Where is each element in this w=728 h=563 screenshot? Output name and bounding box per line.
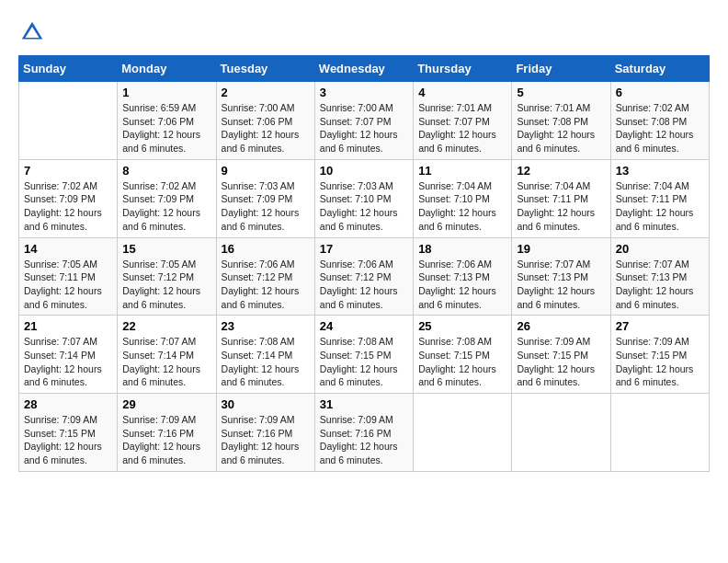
calendar-cell: 5Sunrise: 7:01 AMSunset: 7:08 PMDaylight… [512, 82, 610, 160]
calendar-cell: 15Sunrise: 7:05 AMSunset: 7:12 PMDayligh… [118, 237, 216, 316]
day-info: Sunrise: 7:07 AMSunset: 7:14 PMDaylight:… [24, 335, 112, 389]
day-info: Sunrise: 7:04 AMSunset: 7:10 PMDaylight:… [418, 179, 506, 234]
weekday-header-tuesday: Tuesday [216, 56, 314, 82]
logo-icon [18, 18, 46, 46]
day-info: Sunrise: 7:08 AMSunset: 7:15 PMDaylight:… [418, 335, 506, 389]
calendar-cell: 8Sunrise: 7:02 AMSunset: 7:09 PMDaylight… [118, 159, 216, 237]
calendar-cell: 27Sunrise: 7:09 AMSunset: 7:15 PMDayligh… [610, 316, 709, 394]
day-info: Sunrise: 7:07 AMSunset: 7:14 PMDaylight:… [122, 335, 210, 389]
calendar-week-row: 1Sunrise: 6:59 AMSunset: 7:06 PMDaylight… [19, 82, 710, 160]
day-info: Sunrise: 7:01 AMSunset: 7:08 PMDaylight:… [517, 101, 605, 155]
calendar-cell: 21Sunrise: 7:07 AMSunset: 7:14 PMDayligh… [19, 316, 118, 394]
day-number: 20 [616, 242, 704, 256]
calendar-cell [512, 394, 610, 472]
calendar-cell: 23Sunrise: 7:08 AMSunset: 7:14 PMDayligh… [216, 316, 314, 394]
weekday-header-monday: Monday [118, 56, 216, 82]
day-info: Sunrise: 7:07 AMSunset: 7:13 PMDaylight:… [616, 258, 704, 312]
weekday-header-friday: Friday [512, 56, 610, 82]
calendar-cell: 31Sunrise: 7:09 AMSunset: 7:16 PMDayligh… [314, 394, 413, 472]
day-info: Sunrise: 7:09 AMSunset: 7:15 PMDaylight:… [24, 413, 112, 467]
day-info: Sunrise: 7:09 AMSunset: 7:16 PMDaylight:… [122, 413, 210, 467]
day-info: Sunrise: 7:08 AMSunset: 7:14 PMDaylight:… [222, 335, 310, 389]
day-number: 1 [122, 86, 210, 99]
calendar-cell: 28Sunrise: 7:09 AMSunset: 7:15 PMDayligh… [19, 394, 118, 472]
day-info: Sunrise: 7:02 AMSunset: 7:09 PMDaylight:… [24, 179, 112, 234]
day-info: Sunrise: 7:03 AMSunset: 7:09 PMDaylight:… [222, 179, 310, 234]
day-number: 31 [320, 397, 408, 411]
day-number: 18 [418, 242, 506, 256]
day-number: 12 [517, 164, 605, 178]
day-number: 29 [122, 397, 210, 411]
day-info: Sunrise: 7:09 AMSunset: 7:15 PMDaylight:… [616, 335, 704, 389]
page-header [18, 18, 710, 46]
calendar-cell: 1Sunrise: 6:59 AMSunset: 7:06 PMDaylight… [118, 82, 216, 160]
day-info: Sunrise: 7:09 AMSunset: 7:16 PMDaylight:… [320, 413, 408, 467]
calendar-cell: 29Sunrise: 7:09 AMSunset: 7:16 PMDayligh… [118, 394, 216, 472]
weekday-header-wednesday: Wednesday [314, 56, 413, 82]
day-number: 10 [320, 164, 408, 178]
calendar-cell: 18Sunrise: 7:06 AMSunset: 7:13 PMDayligh… [414, 237, 512, 316]
calendar-cell: 9Sunrise: 7:03 AMSunset: 7:09 PMDaylight… [216, 159, 314, 237]
logo [18, 18, 50, 46]
day-number: 3 [320, 86, 408, 99]
calendar-cell: 17Sunrise: 7:06 AMSunset: 7:12 PMDayligh… [314, 237, 413, 316]
calendar-week-row: 7Sunrise: 7:02 AMSunset: 7:09 PMDaylight… [19, 159, 710, 237]
day-number: 16 [222, 242, 310, 256]
day-number: 23 [222, 319, 310, 333]
day-info: Sunrise: 7:08 AMSunset: 7:15 PMDaylight:… [320, 335, 408, 389]
day-info: Sunrise: 7:07 AMSunset: 7:13 PMDaylight:… [517, 258, 605, 312]
weekday-header-sunday: Sunday [19, 56, 118, 82]
day-number: 6 [616, 86, 704, 99]
calendar-cell: 22Sunrise: 7:07 AMSunset: 7:14 PMDayligh… [118, 316, 216, 394]
day-number: 9 [222, 164, 310, 178]
calendar-cell: 20Sunrise: 7:07 AMSunset: 7:13 PMDayligh… [610, 237, 709, 316]
day-info: Sunrise: 7:00 AMSunset: 7:07 PMDaylight:… [320, 101, 408, 155]
day-number: 24 [320, 319, 408, 333]
calendar-cell: 10Sunrise: 7:03 AMSunset: 7:10 PMDayligh… [314, 159, 413, 237]
calendar-week-row: 14Sunrise: 7:05 AMSunset: 7:11 PMDayligh… [19, 237, 710, 316]
day-info: Sunrise: 7:06 AMSunset: 7:12 PMDaylight:… [222, 258, 310, 312]
day-number: 7 [24, 164, 112, 178]
calendar-cell: 30Sunrise: 7:09 AMSunset: 7:16 PMDayligh… [216, 394, 314, 472]
calendar-table: SundayMondayTuesdayWednesdayThursdayFrid… [18, 55, 710, 472]
day-info: Sunrise: 7:09 AMSunset: 7:15 PMDaylight:… [517, 335, 605, 389]
day-number: 8 [122, 164, 210, 178]
weekday-header-row: SundayMondayTuesdayWednesdayThursdayFrid… [19, 56, 710, 82]
day-info: Sunrise: 7:01 AMSunset: 7:07 PMDaylight:… [418, 101, 506, 155]
day-number: 26 [517, 319, 605, 333]
day-info: Sunrise: 7:03 AMSunset: 7:10 PMDaylight:… [320, 179, 408, 234]
day-number: 25 [418, 319, 506, 333]
day-number: 11 [418, 164, 506, 178]
day-info: Sunrise: 7:02 AMSunset: 7:09 PMDaylight:… [122, 179, 210, 234]
weekday-header-thursday: Thursday [414, 56, 512, 82]
calendar-cell [610, 394, 709, 472]
day-info: Sunrise: 7:00 AMSunset: 7:06 PMDaylight:… [222, 101, 310, 155]
calendar-cell: 14Sunrise: 7:05 AMSunset: 7:11 PMDayligh… [19, 237, 118, 316]
calendar-cell: 7Sunrise: 7:02 AMSunset: 7:09 PMDaylight… [19, 159, 118, 237]
day-info: Sunrise: 7:02 AMSunset: 7:08 PMDaylight:… [616, 101, 704, 155]
calendar-header: SundayMondayTuesdayWednesdayThursdayFrid… [19, 56, 710, 82]
day-info: Sunrise: 7:05 AMSunset: 7:11 PMDaylight:… [24, 258, 112, 312]
calendar-week-row: 28Sunrise: 7:09 AMSunset: 7:15 PMDayligh… [19, 394, 710, 472]
calendar-cell: 2Sunrise: 7:00 AMSunset: 7:06 PMDaylight… [216, 82, 314, 160]
weekday-header-saturday: Saturday [610, 56, 709, 82]
day-number: 13 [616, 164, 704, 178]
day-info: Sunrise: 7:06 AMSunset: 7:12 PMDaylight:… [320, 258, 408, 312]
calendar-body: 1Sunrise: 6:59 AMSunset: 7:06 PMDaylight… [19, 82, 710, 472]
calendar-week-row: 21Sunrise: 7:07 AMSunset: 7:14 PMDayligh… [19, 316, 710, 394]
day-number: 5 [517, 86, 605, 99]
day-info: Sunrise: 7:05 AMSunset: 7:12 PMDaylight:… [122, 258, 210, 312]
day-info: Sunrise: 7:04 AMSunset: 7:11 PMDaylight:… [616, 179, 704, 234]
calendar-cell: 25Sunrise: 7:08 AMSunset: 7:15 PMDayligh… [414, 316, 512, 394]
calendar-cell: 11Sunrise: 7:04 AMSunset: 7:10 PMDayligh… [414, 159, 512, 237]
calendar-cell: 3Sunrise: 7:00 AMSunset: 7:07 PMDaylight… [314, 82, 413, 160]
calendar-cell: 26Sunrise: 7:09 AMSunset: 7:15 PMDayligh… [512, 316, 610, 394]
day-number: 15 [122, 242, 210, 256]
calendar-cell: 4Sunrise: 7:01 AMSunset: 7:07 PMDaylight… [414, 82, 512, 160]
day-number: 4 [418, 86, 506, 99]
calendar-cell [19, 82, 118, 160]
day-number: 14 [24, 242, 112, 256]
day-info: Sunrise: 6:59 AMSunset: 7:06 PMDaylight:… [122, 101, 210, 155]
calendar-cell: 12Sunrise: 7:04 AMSunset: 7:11 PMDayligh… [512, 159, 610, 237]
calendar-cell [414, 394, 512, 472]
